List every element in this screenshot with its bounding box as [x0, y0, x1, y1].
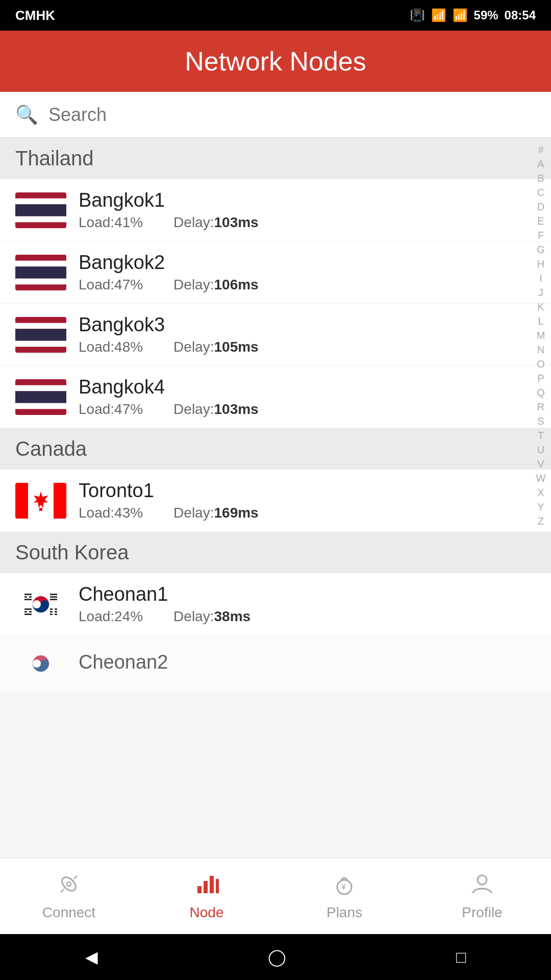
- android-home-btn[interactable]: ◯: [268, 947, 286, 967]
- nav-plans[interactable]: ¥ Plans: [276, 872, 413, 921]
- flag-canada-1: [15, 483, 66, 519]
- alpha-N[interactable]: N: [537, 343, 544, 356]
- svg-rect-31: [24, 611, 27, 612]
- search-icon: 🔍: [15, 104, 38, 126]
- alpha-A[interactable]: A: [537, 157, 544, 170]
- svg-rect-47: [204, 881, 208, 893]
- node-item-bangkok3[interactable]: Bangkok3 Load:48% Delay:105ms: [0, 304, 551, 366]
- node-delay-bangkok2: Delay:106ms: [173, 277, 259, 293]
- node-delay-toronto1: Delay:169ms: [173, 505, 259, 521]
- svg-rect-35: [55, 608, 57, 610]
- time-label: 08:54: [505, 8, 536, 22]
- svg-rect-24: [24, 596, 27, 598]
- svg-rect-3: [15, 216, 66, 222]
- connect-icon: [57, 872, 81, 900]
- alpha-Z[interactable]: Z: [538, 514, 544, 528]
- node-name-bangkok2: Bangkok2: [79, 252, 536, 274]
- svg-rect-17: [15, 483, 28, 519]
- search-input[interactable]: [48, 104, 536, 126]
- alpha-O[interactable]: O: [537, 357, 545, 371]
- nav-plans-label: Plans: [327, 904, 362, 921]
- alpha-D[interactable]: D: [537, 200, 544, 213]
- flag-thailand-1: [15, 192, 66, 228]
- nav-profile[interactable]: Profile: [413, 872, 551, 921]
- node-load-bangkok2: Load:47%: [79, 277, 143, 293]
- svg-rect-1: [15, 198, 66, 204]
- svg-rect-27: [50, 594, 57, 595]
- svg-rect-33: [24, 614, 32, 615]
- alpha-B[interactable]: B: [537, 172, 544, 185]
- node-name-bangkok4: Bangkok4: [79, 376, 536, 398]
- alpha-F[interactable]: F: [538, 229, 544, 242]
- alpha-P[interactable]: P: [537, 372, 544, 385]
- node-item-bangkok4[interactable]: Bangkok4 Load:47% Delay:103ms: [0, 366, 551, 428]
- svg-rect-2: [15, 204, 66, 216]
- nav-node[interactable]: Node: [138, 872, 276, 921]
- svg-rect-28: [50, 596, 57, 598]
- flag-korea-1: [15, 586, 66, 622]
- android-nav-bar: ◀ ◯ □: [0, 934, 551, 980]
- svg-rect-20: [39, 508, 42, 511]
- alpha-G[interactable]: G: [537, 243, 545, 256]
- alpha-W[interactable]: W: [536, 472, 546, 485]
- page-title: Network Nodes: [185, 46, 366, 77]
- svg-rect-38: [50, 614, 53, 615]
- svg-rect-13: [15, 385, 66, 391]
- section-thailand-label: Thailand: [15, 147, 93, 169]
- node-icon: [194, 872, 219, 900]
- node-item-bangkok2[interactable]: Bangkok2 Load:47% Delay:106ms: [0, 241, 551, 304]
- svg-rect-18: [54, 483, 66, 519]
- node-item-toronto1[interactable]: Toronto1 Load:43% Delay:169ms: [0, 470, 551, 532]
- signal-icon: 📶: [453, 8, 468, 22]
- node-stats-toronto1: Load:43% Delay:169ms: [79, 505, 536, 521]
- alpha-R[interactable]: R: [537, 400, 544, 413]
- alpha-T[interactable]: T: [538, 429, 544, 442]
- alpha-U[interactable]: U: [537, 443, 544, 456]
- carrier-label: CMHK: [15, 8, 55, 23]
- alpha-C[interactable]: C: [537, 186, 544, 199]
- alpha-E[interactable]: E: [537, 214, 544, 228]
- alpha-J[interactable]: J: [538, 286, 543, 299]
- svg-rect-37: [55, 611, 57, 612]
- node-list: Thailand Bangkok1 Load:41% Delay:103ms: [0, 138, 551, 903]
- flag-thailand-4: [15, 379, 66, 415]
- node-info-bangkok2: Bangkok2 Load:47% Delay:106ms: [79, 252, 536, 293]
- svg-point-52: [478, 875, 487, 885]
- svg-rect-34: [50, 608, 53, 610]
- alpha-M[interactable]: M: [537, 329, 545, 342]
- node-item-bangkok1[interactable]: Bangkok1 Load:41% Delay:103ms: [0, 179, 551, 241]
- svg-rect-36: [50, 611, 53, 612]
- alpha-S[interactable]: S: [537, 414, 544, 428]
- node-name-toronto1: Toronto1: [79, 480, 536, 502]
- alpha-V[interactable]: V: [537, 457, 544, 471]
- alpha-K[interactable]: K: [537, 300, 544, 313]
- section-southkorea: South Korea: [0, 532, 551, 573]
- android-back-btn[interactable]: ◀: [85, 947, 98, 967]
- svg-rect-25: [29, 596, 32, 598]
- node-load-bangkok1: Load:41%: [79, 214, 143, 231]
- alpha-X[interactable]: X: [537, 486, 544, 499]
- flag-thailand-2: [15, 255, 66, 290]
- node-delay-bangkok4: Delay:103ms: [173, 401, 259, 418]
- nav-profile-label: Profile: [462, 904, 502, 921]
- svg-rect-7: [15, 278, 66, 284]
- search-bar[interactable]: 🔍: [0, 92, 551, 138]
- nav-connect[interactable]: Connect: [0, 872, 138, 921]
- node-info-bangkok3: Bangkok3 Load:48% Delay:105ms: [79, 314, 536, 355]
- nav-node-label: Node: [190, 904, 224, 921]
- alpha-I[interactable]: I: [539, 272, 542, 285]
- alpha-H[interactable]: H: [537, 257, 544, 271]
- alpha-hash[interactable]: #: [538, 143, 543, 156]
- battery-label: 59%: [474, 8, 498, 22]
- alpha-L[interactable]: L: [538, 314, 543, 328]
- node-delay-bangkok1: Delay:103ms: [173, 214, 259, 231]
- node-item-cheonan2[interactable]: Cheonan2: [0, 635, 551, 692]
- vibrate-icon: 📳: [410, 8, 425, 22]
- alpha-Y[interactable]: Y: [537, 500, 544, 513]
- node-item-cheonan1[interactable]: Cheonan1 Load:24% Delay:38ms: [0, 573, 551, 635]
- alphabet-sidebar[interactable]: # A B C D E F G H I J K L M N O P Q R S …: [531, 138, 551, 533]
- node-name-cheonan2: Cheonan2: [79, 651, 536, 673]
- android-recents-btn[interactable]: □: [456, 948, 466, 967]
- svg-point-43: [67, 882, 71, 886]
- alpha-Q[interactable]: Q: [537, 386, 545, 399]
